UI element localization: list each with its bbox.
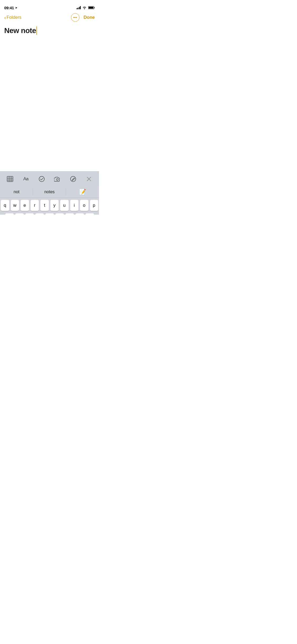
predictive-emoji-3: 📝	[79, 188, 86, 195]
format-button[interactable]: Aa	[20, 174, 32, 184]
svg-point-9	[56, 178, 58, 180]
nav-bar: ‹ Folders ••• Done	[0, 12, 99, 23]
markup-button[interactable]	[67, 174, 79, 184]
predictive-bar: not notes 📝	[0, 186, 99, 198]
format-icon: Aa	[23, 176, 28, 182]
wifi-icon	[82, 6, 87, 9]
svg-rect-2	[89, 7, 93, 9]
status-bar: 09:41 ➤	[0, 0, 99, 12]
status-time: 09:41	[4, 6, 14, 10]
key-y[interactable]: y	[50, 200, 59, 211]
key-l[interactable]: l	[86, 213, 94, 215]
predictive-text-2: notes	[44, 190, 55, 194]
toolbar-close-button[interactable]	[83, 174, 95, 184]
done-button[interactable]: Done	[84, 15, 95, 20]
predictive-item-1[interactable]: not	[0, 186, 33, 197]
predictive-item-3[interactable]: 📝	[66, 186, 99, 197]
note-content-area[interactable]: New note	[0, 23, 99, 171]
predictive-item-2[interactable]: notes	[33, 186, 66, 197]
svg-rect-1	[94, 7, 95, 8]
checklist-button[interactable]	[36, 174, 48, 184]
markup-icon	[70, 176, 76, 182]
location-icon: ➤	[15, 6, 17, 10]
svg-rect-3	[7, 176, 13, 182]
predictive-text-1: not	[13, 190, 19, 194]
key-k[interactable]: k	[76, 213, 84, 215]
notes-toolbar: Aa	[0, 171, 99, 186]
camera-icon	[54, 176, 60, 182]
key-r[interactable]: r	[31, 200, 39, 211]
keyboard-row-2: a s d f g h j k l	[1, 213, 98, 215]
key-o[interactable]: o	[80, 200, 88, 211]
table-icon	[7, 176, 13, 182]
key-w[interactable]: w	[11, 200, 19, 211]
key-u[interactable]: u	[60, 200, 69, 211]
note-title-text: New note	[4, 26, 36, 35]
key-t[interactable]: t	[40, 200, 49, 211]
key-p[interactable]: p	[90, 200, 98, 211]
key-g[interactable]: g	[45, 213, 54, 215]
key-f[interactable]: f	[35, 213, 44, 215]
text-cursor	[36, 26, 37, 35]
back-label: Folders	[7, 15, 22, 20]
svg-point-8	[39, 176, 44, 182]
key-a[interactable]: a	[5, 213, 14, 215]
close-icon	[87, 177, 91, 181]
note-title[interactable]: New note	[4, 26, 95, 35]
battery-icon	[88, 6, 95, 9]
key-j[interactable]: j	[65, 213, 74, 215]
checklist-icon	[39, 176, 45, 182]
camera-button[interactable]	[51, 174, 63, 184]
table-button[interactable]	[4, 174, 16, 184]
more-button[interactable]: •••	[71, 13, 79, 22]
key-q[interactable]: q	[1, 200, 9, 211]
chevron-left-icon: ‹	[4, 15, 6, 20]
key-e[interactable]: e	[21, 200, 29, 211]
nav-right-actions: ••• Done	[71, 13, 95, 22]
key-s[interactable]: s	[15, 213, 24, 215]
keyboard: q w e r t y u i o p a s d f g h j k l z …	[0, 198, 99, 215]
back-button[interactable]: ‹ Folders	[4, 15, 21, 20]
key-h[interactable]: h	[55, 213, 64, 215]
key-d[interactable]: d	[25, 213, 34, 215]
ellipsis-icon: •••	[73, 15, 77, 20]
signal-icon	[77, 6, 81, 9]
key-i[interactable]: i	[70, 200, 79, 211]
status-icons	[77, 6, 95, 9]
keyboard-row-1: q w e r t y u i o p	[1, 200, 98, 211]
